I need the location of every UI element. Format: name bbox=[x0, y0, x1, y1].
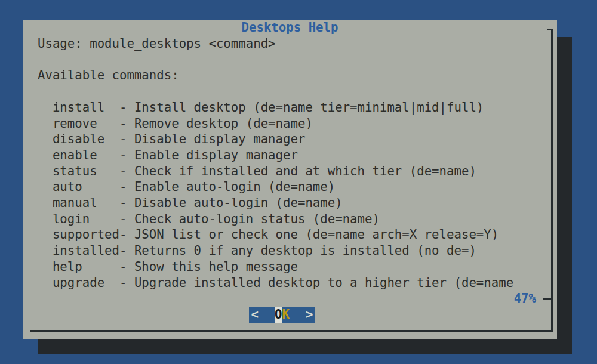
dialog-title: Desktops Help bbox=[23, 20, 557, 36]
ok-label-rest: K bbox=[282, 307, 290, 323]
ok-right-delim: > bbox=[306, 307, 313, 323]
scroll-percent: 47% bbox=[514, 291, 536, 307]
bottom-border-line bbox=[30, 330, 553, 332]
right-border-line bbox=[551, 29, 553, 332]
top-right-corner bbox=[547, 29, 553, 30]
help-text: Usage: module_desktops <command> Availab… bbox=[38, 36, 513, 291]
separator-tick bbox=[543, 298, 551, 300]
help-dialog: Desktops Help Usage: module_desktops <co… bbox=[23, 20, 557, 339]
ok-button[interactable]: < O K > bbox=[249, 307, 315, 323]
ok-left-delim: < bbox=[251, 307, 259, 323]
ok-hotkey-cursor: O bbox=[275, 307, 282, 323]
terminal-screen: Desktops Help Usage: module_desktops <co… bbox=[0, 0, 597, 364]
